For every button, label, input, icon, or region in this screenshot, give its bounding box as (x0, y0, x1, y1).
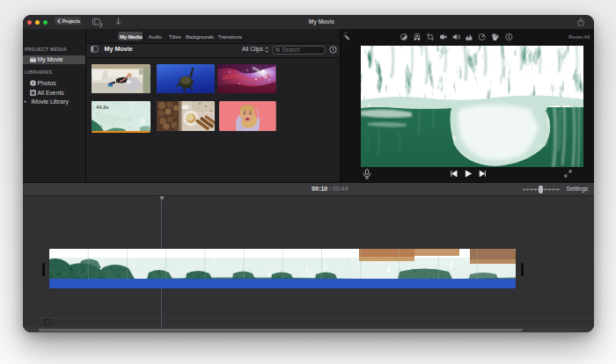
svg-text:44.3s: 44.3s (96, 105, 108, 110)
